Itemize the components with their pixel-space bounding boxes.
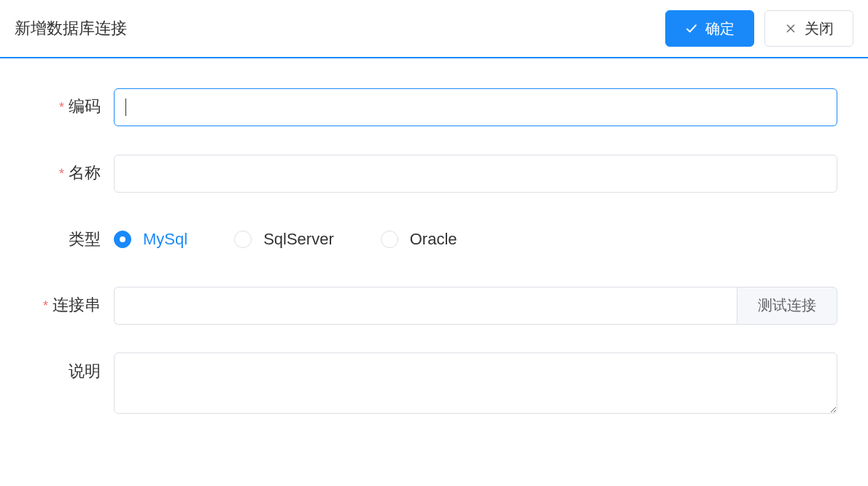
- description-textarea[interactable]: [114, 352, 837, 414]
- connection-input[interactable]: [114, 287, 737, 325]
- radio-mysql[interactable]: MySql: [114, 230, 187, 249]
- close-button-label: 关闭: [805, 19, 834, 39]
- type-radio-group: MySql SqlServer Oracle: [114, 220, 837, 258]
- form-row-description: 说明: [15, 352, 837, 417]
- radio-circle-icon: [234, 231, 252, 248]
- name-label: *名称: [15, 154, 114, 193]
- close-button[interactable]: 关闭: [764, 10, 853, 47]
- radio-label: Oracle: [410, 230, 457, 249]
- radio-label: SqlServer: [263, 230, 334, 249]
- dialog-header: 新增数据库连接 确定 关闭: [0, 0, 868, 58]
- form-row-type: 类型 MySql SqlServer Oracle: [15, 220, 837, 258]
- confirm-button[interactable]: 确定: [665, 10, 754, 47]
- check-icon: [685, 22, 698, 35]
- close-icon: [784, 22, 797, 35]
- radio-oracle[interactable]: Oracle: [381, 230, 457, 249]
- required-mark: *: [43, 298, 48, 313]
- required-mark: *: [59, 166, 64, 181]
- description-label: 说明: [15, 352, 114, 390]
- text-caret: [125, 99, 126, 116]
- type-label: 类型: [15, 220, 114, 258]
- radio-circle-icon: [381, 231, 398, 248]
- radio-label: MySql: [143, 230, 187, 249]
- form: *编码 *名称 类型 MySql: [0, 58, 868, 417]
- code-label: *编码: [15, 88, 114, 126]
- connection-label: *连接串: [15, 286, 114, 325]
- form-row-connection: *连接串 测试连接: [15, 286, 837, 325]
- header-actions: 确定 关闭: [665, 10, 853, 47]
- radio-circle-icon: [114, 231, 131, 248]
- dialog-title: 新增数据库连接: [15, 18, 127, 39]
- confirm-button-label: 确定: [705, 19, 735, 39]
- radio-sqlserver[interactable]: SqlServer: [234, 230, 334, 249]
- form-row-name: *名称: [15, 154, 837, 193]
- form-row-code: *编码: [15, 88, 837, 126]
- test-connection-button[interactable]: 测试连接: [737, 287, 837, 325]
- required-mark: *: [59, 100, 64, 115]
- code-input[interactable]: [114, 88, 837, 126]
- name-input[interactable]: [114, 155, 837, 193]
